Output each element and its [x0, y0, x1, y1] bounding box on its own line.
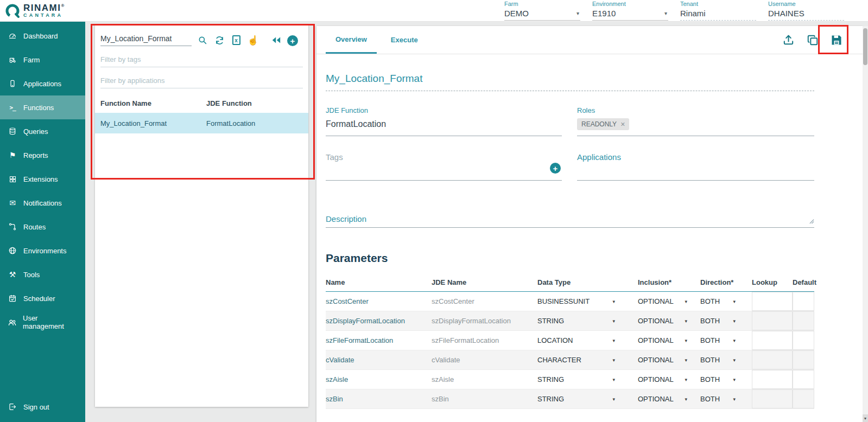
- tenant-label: Tenant: [680, 1, 756, 8]
- param-lookup-input[interactable]: [752, 389, 793, 408]
- tenant-display: Tenant Rinami: [680, 1, 756, 21]
- sidebar-item-reports[interactable]: ⚑ Reports: [0, 143, 85, 167]
- sidebar-item-applications[interactable]: Applications: [0, 72, 85, 95]
- chip-remove-icon[interactable]: ×: [620, 120, 625, 128]
- param-name[interactable]: szFileFormatLocation: [326, 331, 432, 350]
- form-row-2: Tags + Applications: [326, 152, 814, 181]
- param-default-input[interactable]: [793, 292, 814, 311]
- param-direction-select[interactable]: BOTH▾: [700, 311, 752, 330]
- sidebar-item-label: Functions: [23, 104, 54, 112]
- param-inclusion-select[interactable]: OPTIONAL▾: [638, 389, 700, 408]
- filter-by-tags-input[interactable]: [100, 53, 303, 67]
- scrollbar-thumb[interactable]: [863, 28, 867, 65]
- param-direction-select[interactable]: BOTH▾: [700, 331, 752, 350]
- tenant-value: Rinami: [680, 9, 706, 18]
- param-name[interactable]: szBin: [326, 389, 432, 408]
- add-tag-icon[interactable]: +: [550, 163, 561, 174]
- param-inclusion-select[interactable]: OPTIONAL▾: [638, 331, 700, 350]
- param-data-type-select[interactable]: STRING▾: [537, 311, 638, 330]
- sidebar-nav: Dashboard Farm Applications >_ Functions…: [0, 22, 85, 422]
- users-icon: [8, 318, 17, 327]
- vertical-scrollbar[interactable]: ▼: [863, 26, 868, 422]
- sign-out-icon: [8, 402, 17, 411]
- upload-icon[interactable]: [782, 33, 795, 47]
- param-data-type-select[interactable]: CHARACTER▾: [537, 350, 638, 369]
- sidebar-item-farm[interactable]: Farm: [0, 48, 85, 72]
- tags-field[interactable]: Tags +: [326, 152, 562, 181]
- param-data-type-select[interactable]: BUSINESSUNIT▾: [537, 292, 638, 311]
- parameter-row: szBin szBin STRING▾ OPTIONAL▾ BOTH▾: [326, 389, 814, 409]
- function-search-input[interactable]: [100, 32, 192, 46]
- param-lookup-input[interactable]: [752, 292, 793, 311]
- save-icon[interactable]: [829, 33, 843, 47]
- sidebar-item-environments[interactable]: Environments: [0, 239, 85, 263]
- param-default-input[interactable]: [793, 331, 814, 350]
- extensions-icon: [8, 175, 17, 183]
- filter-by-applications-input[interactable]: [100, 74, 303, 88]
- param-lookup-input[interactable]: [752, 350, 793, 369]
- dropdown-caret-icon: ▾: [733, 318, 736, 324]
- applications-input[interactable]: [577, 162, 814, 176]
- tags-input[interactable]: [326, 162, 562, 176]
- param-name[interactable]: szCostCenter: [326, 292, 432, 311]
- add-function-icon[interactable]: +: [287, 35, 298, 46]
- jde-function-field[interactable]: JDE Function FormatLocation: [326, 106, 562, 136]
- param-jde-name: szCostCenter: [432, 292, 537, 311]
- param-inclusion-select[interactable]: OPTIONAL▾: [638, 292, 700, 311]
- rewind-icon[interactable]: [270, 34, 282, 46]
- jde-function-value[interactable]: FormatLocation: [326, 119, 562, 129]
- parameters-heading: Parameters: [326, 252, 814, 265]
- param-data-type-select[interactable]: LOCATION▾: [537, 331, 638, 350]
- param-inclusion-select[interactable]: OPTIONAL▾: [638, 350, 700, 369]
- param-direction-select[interactable]: BOTH▾: [700, 292, 752, 311]
- function-list-row[interactable]: My_Location_Format FormatLocation: [95, 113, 308, 133]
- sidebar-item-queries[interactable]: Queries: [0, 119, 85, 143]
- copy-icon[interactable]: [806, 33, 819, 47]
- textarea-resize-handle-icon[interactable]: [808, 216, 814, 226]
- tab-overview[interactable]: Overview: [326, 26, 377, 54]
- param-data-type-select[interactable]: STRING▾: [537, 370, 638, 389]
- param-default-input[interactable]: [793, 370, 814, 389]
- param-name[interactable]: szAisle: [326, 370, 432, 389]
- sidebar-item-routes[interactable]: Routes: [0, 215, 85, 239]
- hand-pointer-icon[interactable]: ☝: [247, 34, 259, 46]
- roles-field[interactable]: Roles READONLY ×: [577, 106, 814, 136]
- param-inclusion-select[interactable]: OPTIONAL▾: [638, 370, 700, 389]
- dropdown-caret-icon: ▾: [612, 299, 615, 304]
- param-default-input[interactable]: [793, 389, 814, 408]
- sidebar-item-notifications[interactable]: ✉ Notifications: [0, 191, 85, 215]
- sidebar-item-extensions[interactable]: Extensions: [0, 167, 85, 191]
- sidebar-item-label: Notifications: [23, 199, 62, 207]
- scrollbar-down-arrow-icon[interactable]: ▼: [863, 414, 868, 422]
- function-name-field[interactable]: My_Location_Format: [326, 73, 814, 91]
- tab-execute[interactable]: Execute: [381, 26, 428, 54]
- sidebar-item-functions[interactable]: >_ Functions: [0, 95, 85, 119]
- param-default-input[interactable]: [793, 350, 814, 369]
- param-lookup-input[interactable]: [752, 331, 793, 350]
- param-lookup-input[interactable]: [752, 370, 793, 389]
- param-inclusion-select[interactable]: OPTIONAL▾: [638, 311, 700, 330]
- parameter-row: szCostCenter szCostCenter BUSINESSUNIT▾ …: [326, 292, 814, 311]
- param-data-type-select[interactable]: STRING▾: [537, 389, 638, 408]
- excel-export-icon[interactable]: x: [230, 34, 242, 46]
- param-direction-select[interactable]: BOTH▾: [700, 389, 752, 408]
- sign-out-button[interactable]: Sign out: [0, 395, 85, 419]
- sidebar-item-tools[interactable]: ⚒ Tools: [0, 263, 85, 286]
- sidebar-item-user-management[interactable]: User management: [0, 310, 85, 334]
- environment-select[interactable]: Environment E1910▾: [592, 1, 668, 21]
- param-name[interactable]: cValidate: [326, 350, 432, 369]
- description-field[interactable]: Description: [326, 214, 814, 228]
- applications-field[interactable]: Applications: [577, 152, 814, 181]
- sidebar-item-dashboard[interactable]: Dashboard: [0, 24, 85, 48]
- param-direction-select[interactable]: BOTH▾: [700, 370, 752, 389]
- detail-tabbar: Overview Execute: [316, 26, 863, 54]
- search-icon[interactable]: [197, 34, 208, 46]
- param-direction-select[interactable]: BOTH▾: [700, 350, 752, 369]
- sidebar-item-scheduler[interactable]: Scheduler: [0, 286, 85, 310]
- parameter-row: szDisplayFormatLocation szDisplayFormatL…: [326, 311, 814, 331]
- farm-select[interactable]: Farm DEMO▾: [504, 1, 580, 21]
- param-lookup-input[interactable]: [752, 311, 793, 330]
- refresh-icon[interactable]: [213, 34, 225, 46]
- param-default-input[interactable]: [793, 311, 814, 330]
- param-name[interactable]: szDisplayFormatLocation: [326, 311, 432, 330]
